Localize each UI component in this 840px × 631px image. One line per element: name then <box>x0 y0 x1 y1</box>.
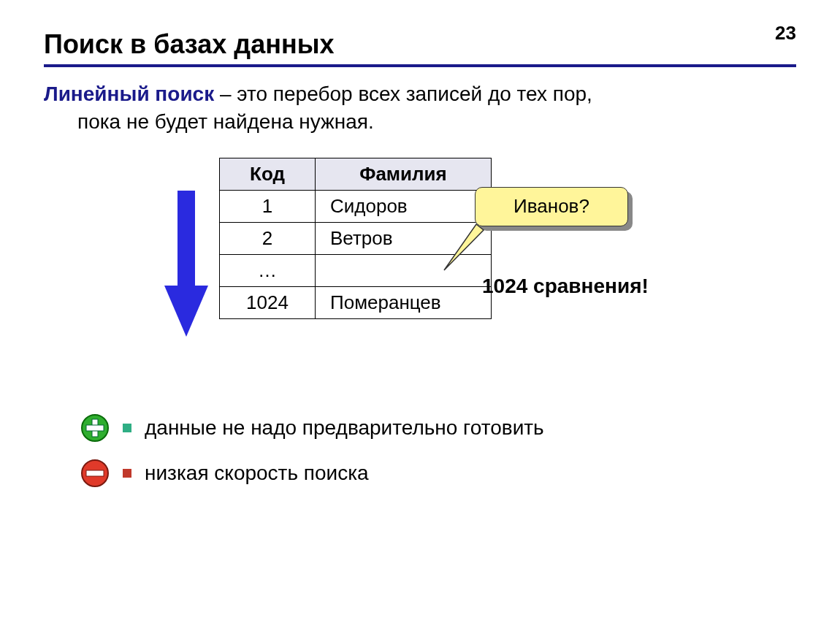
svg-rect-0 <box>177 191 195 286</box>
con-text: низкая скорость поиска <box>145 462 369 485</box>
svg-rect-7 <box>86 470 104 476</box>
svg-rect-5 <box>86 425 104 431</box>
bullet-list: данные не надо предварительно готовить н… <box>80 413 796 488</box>
table-row: … <box>220 254 492 286</box>
bullet-icon <box>123 424 131 432</box>
comparisons-label: 1024 сравнения! <box>482 275 649 298</box>
cell-code: 1024 <box>220 286 316 318</box>
diagram-area: Код Фамилия 1 Сидоров 2 Ветров … <box>44 158 796 370</box>
definition-paragraph: Линейный поиск – это перебор всех записе… <box>44 80 796 136</box>
col-header-surname: Фамилия <box>316 158 492 190</box>
slide-title: Поиск в базах данных <box>44 29 796 60</box>
definition-text-line2: пока не будет найдена нужная. <box>44 108 796 136</box>
cell-surname: Померанцев <box>316 286 492 318</box>
con-row: низкая скорость поиска <box>80 459 796 488</box>
title-underline <box>44 64 796 67</box>
pro-row: данные не надо предварительно готовить <box>80 413 796 443</box>
table-header-row: Код Фамилия <box>220 158 492 190</box>
definition-text-line1: – это перебор всех записей до тех пор, <box>214 83 592 105</box>
down-arrow-icon <box>164 191 208 340</box>
pro-text: данные не надо предварительно готовить <box>145 416 544 440</box>
slide: 23 Поиск в базах данных Линейный поиск –… <box>0 0 840 631</box>
cell-code: 1 <box>220 190 316 222</box>
table-row: 1024 Померанцев <box>220 286 492 318</box>
callout-box: Иванов? <box>475 187 628 226</box>
cell-surname: Сидоров <box>316 190 492 222</box>
svg-marker-1 <box>164 286 208 337</box>
callout: Иванов? <box>475 187 628 226</box>
callout-text: Иванов? <box>513 195 589 218</box>
plus-badge-icon <box>80 413 110 443</box>
table-row: 2 Ветров <box>220 222 492 254</box>
minus-badge-icon <box>80 459 110 488</box>
cell-code: 2 <box>220 222 316 254</box>
cell-code: … <box>220 254 316 286</box>
bullet-icon <box>123 469 131 478</box>
table-row: 1 Сидоров <box>220 190 492 222</box>
page-number: 23 <box>775 22 796 45</box>
definition-term: Линейный поиск <box>44 83 214 105</box>
col-header-code: Код <box>220 158 316 190</box>
